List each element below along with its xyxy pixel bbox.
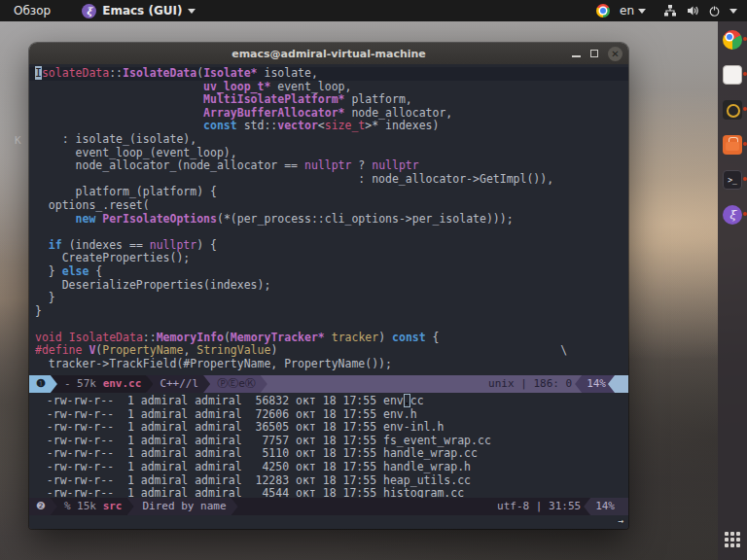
dock-terminal[interactable]: >_ [722, 169, 743, 191]
app-menu[interactable]: ξ Emacs (GUI) [82, 4, 196, 18]
dock-settings[interactable] [722, 99, 743, 121]
chevron-down-icon [729, 9, 737, 14]
modeline-code: ❶ - 57k env.cc C++//l ⓅⒺeⓀ unix | 186: 0… [29, 375, 628, 393]
app-menu-label: Emacs (GUI) [102, 4, 182, 18]
panel-status-area: en [596, 4, 747, 18]
code-line[interactable]: : isolate_(isolate), [35, 133, 628, 147]
code-line[interactable]: MultiIsolatePlatform* platform, [35, 93, 628, 107]
show-applications-icon[interactable] [725, 532, 740, 547]
network-icon [663, 4, 677, 18]
notification-badge [743, 72, 747, 76]
dired-row[interactable]: -rw-rw-r-- 1 admiral admiral 72606 окт 1… [33, 408, 628, 422]
emacs-icon: ξ [723, 205, 742, 225]
dock-software[interactable] [722, 134, 743, 156]
code-line[interactable]: CreateProperties(); [35, 252, 628, 265]
code-line[interactable]: IsolateData::IsolateData(Isolate* isolat… [29, 67, 628, 81]
code-line[interactable]: ArrayBufferAllocator* node_allocator, [35, 107, 628, 121]
encoding-position: utf-8 | 31:55 [487, 498, 590, 515]
language-label: en [620, 4, 634, 18]
dired-row[interactable]: -rw-rw-r-- 1 admiral admiral 56832 окт 1… [33, 395, 628, 408]
code-line[interactable]: : node_allocator->GetImpl()), [35, 173, 628, 187]
chrome-icon [723, 30, 742, 50]
volume-icon [686, 4, 699, 18]
minor-modes-segment[interactable]: ⓅⒺeⓀ [203, 375, 267, 393]
dired-row[interactable]: -rw-rw-r-- 1 admiral admiral 7757 окт 18… [33, 435, 628, 448]
percent-segment: 14% [584, 498, 628, 515]
emacs-icon: ξ [82, 4, 96, 18]
major-mode-segment[interactable]: C++//l [146, 375, 210, 393]
terminal-icon: >_ [723, 170, 742, 190]
code-line[interactable]: event_loop_(event_loop), [35, 147, 628, 160]
power-icon [708, 5, 721, 18]
close-button[interactable]: ✕ [608, 47, 622, 61]
code-line[interactable]: if (indexes == nullptr) { [35, 239, 628, 253]
code-line[interactable]: } else { [35, 265, 628, 279]
right-arrow-icon: → [618, 515, 623, 526]
dired-row[interactable]: -rw-rw-r-- 1 admiral admiral 12283 окт 1… [33, 474, 628, 488]
minimize-button[interactable] [572, 55, 581, 57]
code-line[interactable]: new PerIsolateOptions(*(per_process::cli… [35, 213, 628, 227]
notification-badge [743, 37, 747, 41]
code-line[interactable]: platform_(platform) { [35, 186, 628, 199]
desktop-icon-label: K [15, 134, 21, 147]
encoding-position: unix | 186: 0 [479, 375, 582, 393]
language-selector[interactable]: en [620, 4, 646, 18]
code-line[interactable] [35, 226, 628, 239]
files-icon [723, 65, 742, 85]
notification-badge [743, 107, 747, 111]
dock: >_ ξ [718, 21, 747, 560]
code-line[interactable]: const std::vector<size_t>* indexes) [35, 120, 628, 133]
dock-emacs[interactable]: ξ [722, 204, 743, 226]
dock-files[interactable] [722, 64, 743, 86]
code-buffer[interactable]: IsolateData::IsolateData(Isolate* isolat… [29, 64, 628, 375]
echo-area[interactable]: → [29, 515, 628, 529]
code-line[interactable]: options_.reset( [35, 199, 628, 213]
buffer-name-segment[interactable]: % 15k src [51, 498, 134, 515]
maximize-button[interactable] [590, 50, 598, 57]
window-titlebar[interactable]: emacs@admiral-virtual-machine ✕ [29, 43, 628, 64]
system-tray[interactable] [663, 4, 737, 18]
chevron-down-icon [638, 9, 646, 14]
dired-row[interactable]: -rw-rw-r-- 1 admiral admiral 36505 окт 1… [33, 421, 628, 435]
chevron-down-icon [188, 9, 196, 14]
top-panel: Обзор ξ Emacs (GUI) en [0, 0, 747, 21]
dired-row[interactable]: -rw-rw-r-- 1 admiral admiral 5110 окт 18… [33, 447, 628, 461]
dock-chrome[interactable] [722, 29, 743, 51]
code-line[interactable]: } [35, 305, 628, 319]
dired-row[interactable]: -rw-rw-r-- 1 admiral admiral 4250 окт 18… [33, 461, 628, 474]
code-line[interactable]: #define V(PropertyName, StringValue) \ [35, 344, 628, 358]
chrome-notification-icon[interactable] [596, 4, 610, 18]
notification-badge [743, 212, 747, 216]
code-line[interactable] [35, 318, 628, 332]
emacs-window: emacs@admiral-virtual-machine ✕ IsolateD… [29, 43, 628, 529]
dired-buffer[interactable]: -rw-rw-r-- 1 admiral admiral 56832 окт 1… [29, 393, 628, 498]
desktop: K Обзор ξ Emacs (GUI) en [0, 0, 747, 560]
code-line[interactable]: node_allocator_(node_allocator == nullpt… [35, 159, 628, 173]
buffer-name-segment[interactable]: - 57k env.cc [51, 375, 154, 393]
code-line[interactable]: uv_loop_t* event_loop, [35, 81, 628, 94]
major-mode-segment[interactable]: Dired by name [127, 498, 238, 515]
code-line[interactable]: void IsolateData::MemoryInfo(MemoryTrack… [35, 332, 628, 345]
software-store-icon [723, 135, 742, 155]
modeline-dired: ❷ % 15k src Dired by name utf-8 | 31:55 … [29, 498, 628, 515]
activities-button[interactable]: Обзор [0, 4, 64, 18]
code-line[interactable]: DeserializeProperties(indexes); [35, 279, 628, 293]
window-title: emacs@admiral-virtual-machine [231, 48, 426, 60]
notification-badge [743, 142, 747, 146]
dired-row[interactable]: -rw-rw-r-- 1 admiral admiral 4544 окт 18… [33, 487, 628, 498]
settings-gear-icon [723, 100, 742, 120]
notification-badge [743, 177, 747, 181]
code-line[interactable]: } [35, 292, 628, 305]
code-line[interactable]: tracker->TrackField(#PropertyName, Prope… [35, 358, 628, 371]
